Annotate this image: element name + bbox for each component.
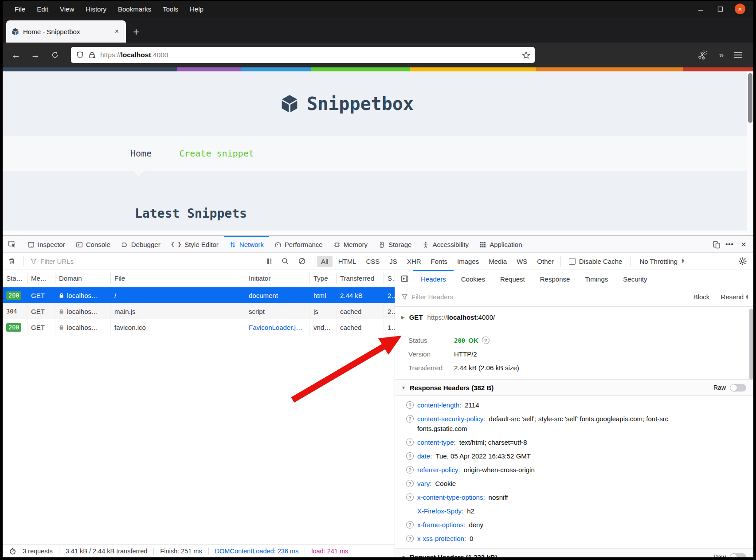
overflow-chevrons-icon[interactable]: »: [719, 50, 723, 60]
filter-urls-input[interactable]: [40, 258, 187, 265]
devtools-meatball-menu-icon[interactable]: •••: [725, 240, 734, 248]
menu-view[interactable]: View: [54, 5, 80, 13]
close-window-icon[interactable]: ×: [735, 4, 745, 14]
forward-icon[interactable]: →: [26, 50, 45, 60]
filter-images[interactable]: Images: [453, 256, 483, 267]
tab-timings[interactable]: Timings: [577, 270, 615, 287]
page-scrollbar[interactable]: [747, 71, 753, 235]
col-file[interactable]: File: [111, 273, 245, 284]
header-help-icon[interactable]: ?: [406, 480, 414, 487]
network-settings-gear-icon[interactable]: [732, 257, 753, 266]
header-item[interactable]: ?x-content-type-options:nosniff: [395, 493, 753, 506]
reload-icon[interactable]: [45, 51, 65, 59]
pause-icon[interactable]: [266, 258, 272, 265]
filter-xhr[interactable]: XHR: [403, 256, 425, 267]
header-help-icon[interactable]: ?: [406, 401, 414, 409]
collapse-triangle-icon[interactable]: ▼: [401, 555, 406, 558]
panel-scrollbar-thumb[interactable]: [749, 309, 753, 380]
header-help-icon[interactable]: ?: [406, 415, 414, 423]
header-item[interactable]: ?content-security-policy:default-src 'se…: [395, 414, 753, 438]
col-initiator[interactable]: Initiator: [245, 273, 310, 284]
initiator-link[interactable]: FaviconLoader.j…: [245, 319, 310, 335]
col-transferred[interactable]: Transferred: [337, 273, 384, 284]
url-bar[interactable]: https://localhost:4000: [71, 47, 535, 63]
header-item[interactable]: X-Firefox-Spdy:h2: [395, 506, 753, 520]
minimize-icon[interactable]: [696, 4, 705, 14]
col-domain[interactable]: Domain: [55, 273, 111, 284]
header-help-icon[interactable]: ?: [406, 452, 414, 460]
clear-requests-icon[interactable]: [3, 257, 21, 265]
tab-console[interactable]: Console: [71, 236, 116, 252]
tab-application[interactable]: Application: [474, 236, 527, 252]
search-icon[interactable]: [281, 257, 289, 265]
col-type[interactable]: Type: [310, 273, 337, 284]
new-tab-button[interactable]: +: [126, 26, 146, 43]
col-method[interactable]: Me…: [27, 273, 55, 284]
devtools-close-icon[interactable]: ×: [738, 239, 749, 250]
filter-media[interactable]: Media: [485, 256, 511, 267]
request-row-favicon[interactable]: 200 GET localhos… favicon.ico FaviconLoa…: [3, 319, 395, 335]
request-row-mainjs[interactable]: 304 GET localhos… main.js script js cach…: [3, 303, 395, 319]
tab-cookies[interactable]: Cookies: [454, 270, 493, 287]
filter-fonts[interactable]: Fonts: [427, 256, 452, 267]
filter-other[interactable]: Other: [533, 256, 558, 267]
block-button[interactable]: Block: [689, 293, 714, 301]
header-item[interactable]: ?x-frame-options:deny: [395, 520, 753, 534]
resend-stepper-icon[interactable]: ▲▼: [745, 294, 749, 300]
page-scrollbar-thumb[interactable]: [748, 73, 752, 123]
header-item[interactable]: ?content-type:text/html; charset=utf-8: [395, 438, 753, 451]
expand-triangle-icon[interactable]: ▶: [401, 315, 405, 320]
responsive-design-icon[interactable]: [712, 240, 721, 249]
tab-style-editor[interactable]: { } Style Editor: [166, 236, 224, 252]
lock-warning-icon[interactable]: [88, 51, 96, 59]
filter-headers-input[interactable]: [411, 293, 527, 301]
shield-icon[interactable]: [76, 51, 84, 59]
nav-home-link[interactable]: Home: [130, 148, 152, 159]
tab-debugger[interactable]: Debugger: [116, 236, 166, 252]
back-icon[interactable]: ←: [6, 50, 26, 60]
header-help-icon[interactable]: ?: [406, 521, 414, 529]
tab-inspector[interactable]: Inspector: [22, 236, 71, 252]
header-help-icon[interactable]: ?: [406, 493, 414, 501]
tab-response[interactable]: Response: [533, 270, 578, 287]
tab-headers[interactable]: Headers: [413, 270, 454, 287]
menu-tools[interactable]: Tools: [157, 5, 184, 13]
screenshot-scissors-icon[interactable]: [697, 50, 707, 60]
block-icon[interactable]: [298, 257, 306, 265]
throttling-dropdown[interactable]: No Throttling ▲▼: [633, 258, 691, 265]
header-help-icon[interactable]: ?: [406, 535, 414, 542]
bookmark-star-icon[interactable]: [522, 51, 530, 59]
header-item[interactable]: ?referrer-policy:origin-when-cross-origi…: [395, 465, 753, 479]
response-headers-section[interactable]: ▼ Response Headers (382 B) Raw: [395, 379, 753, 396]
request-row-document[interactable]: 200 GET localhos… / document html 2.44 k…: [3, 287, 395, 303]
app-menu-icon[interactable]: [734, 51, 742, 59]
header-item[interactable]: ?x-xss-protection:0: [395, 534, 753, 548]
raw-toggle[interactable]: [730, 384, 746, 392]
tab-request[interactable]: Request: [493, 270, 533, 287]
menu-bookmarks[interactable]: Bookmarks: [112, 5, 157, 13]
filter-html[interactable]: HTML: [334, 256, 360, 267]
disable-cache-checkbox[interactable]: [569, 258, 576, 265]
menu-history[interactable]: History: [80, 5, 112, 13]
filter-css[interactable]: CSS: [362, 256, 384, 267]
raw-toggle[interactable]: [730, 553, 746, 558]
menu-edit[interactable]: Edit: [31, 5, 54, 13]
filter-all[interactable]: All: [317, 256, 333, 267]
tab-security[interactable]: Security: [615, 270, 654, 287]
tab-network[interactable]: Network: [224, 236, 269, 252]
col-size[interactable]: S…: [384, 273, 395, 284]
nav-create-snippet-link[interactable]: Create snippet: [179, 148, 254, 159]
col-status[interactable]: Sta…: [3, 273, 27, 284]
resend-button[interactable]: Resend: [716, 293, 745, 301]
request-headers-section[interactable]: ▼ Request Headers (1.333 kB) Raw: [395, 548, 753, 557]
disable-cache-control[interactable]: Disable Cache: [564, 258, 628, 265]
sidebar-toggle-icon[interactable]: [395, 270, 413, 287]
header-help-icon[interactable]: ?: [406, 466, 414, 474]
tab-storage[interactable]: Storage: [373, 236, 417, 252]
tab-memory[interactable]: Memory: [328, 236, 373, 252]
filter-ws[interactable]: WS: [513, 256, 531, 267]
pick-element-icon[interactable]: [3, 236, 22, 252]
tab-performance[interactable]: Performance: [269, 236, 328, 252]
collapse-triangle-icon[interactable]: ▼: [401, 385, 406, 390]
browser-tab-home-snippetbox[interactable]: Home - Snippetbox ×: [6, 20, 126, 43]
